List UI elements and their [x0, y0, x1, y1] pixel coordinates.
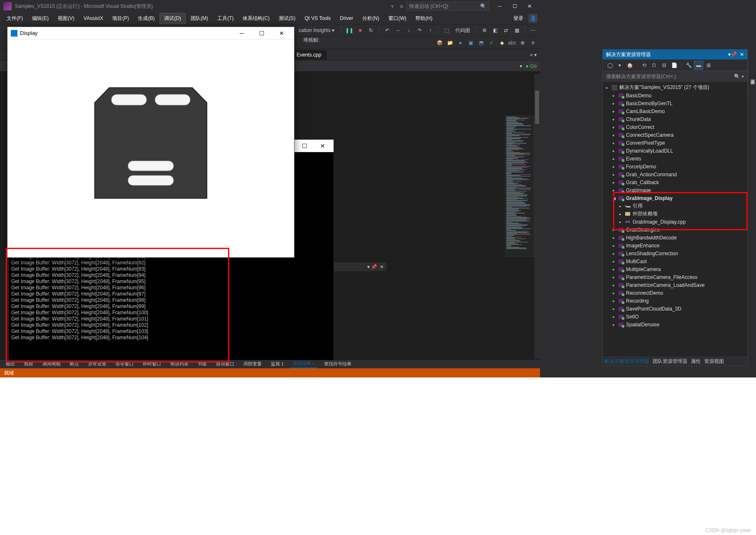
expand-icon[interactable]: ▸	[613, 94, 618, 98]
expand-icon[interactable]: ▸	[613, 125, 618, 129]
sp-footer-tab[interactable]: 资源视图	[704, 358, 724, 365]
tree-item[interactable]: ▸BasicDemo	[603, 91, 747, 99]
tree-item[interactable]: ▸ParametrizeCamera_FileAccess	[603, 273, 747, 281]
expand-icon[interactable]: ▸	[613, 117, 618, 121]
notification-icon[interactable]: ▿	[388, 2, 397, 11]
expand-icon[interactable]: ▸	[613, 180, 618, 185]
expand-icon[interactable]: ▸	[613, 307, 618, 311]
menu-VAssistX[interactable]: VAssistX	[79, 14, 107, 23]
expand-icon[interactable]: ▸	[613, 291, 618, 295]
menu-生成(B)[interactable]: 生成(B)	[134, 13, 159, 24]
tab-dropdown-icon[interactable]: « ▾	[527, 52, 540, 58]
expand-icon[interactable]: ▸	[613, 275, 618, 279]
tree-item[interactable]: ▸MultiCast	[603, 257, 747, 265]
expand-icon[interactable]: ▸	[613, 149, 618, 153]
maximize-button[interactable]: ☐	[508, 1, 522, 12]
editor-tab[interactable]: Events.cpp	[291, 50, 327, 60]
sign-in-link[interactable]: 登录	[509, 13, 528, 24]
vertical-scrollbar[interactable]	[534, 74, 540, 359]
code-map-label[interactable]: 代码图	[453, 27, 473, 34]
tb2-icon-1[interactable]: 📦	[435, 38, 444, 47]
refresh-icon[interactable]: 🗋	[650, 61, 659, 70]
sp-footer-tab[interactable]: 解决方案资源管理器	[604, 358, 649, 365]
menu-体系结构(C)[interactable]: 体系结构(C)	[238, 13, 274, 24]
back-icon[interactable]: ◯	[605, 61, 614, 70]
expand-icon[interactable]: ▸	[613, 101, 618, 106]
menu-工具(T)[interactable]: 工具(T)	[213, 13, 238, 24]
menu-Driver[interactable]: Driver	[336, 14, 357, 23]
view-icon[interactable]: ⊞	[704, 61, 713, 70]
tree-item[interactable]: ▸⬛解决方案"Samples_VS2015" (27 个项目)	[603, 84, 747, 91]
tb2-icon-8[interactable]: abc	[508, 38, 517, 47]
tree-item[interactable]: ▸Events	[603, 155, 747, 163]
preview-icon[interactable]: ▬	[694, 61, 703, 70]
go-button[interactable]: ● Go	[525, 63, 537, 69]
expand-icon[interactable]: ▸	[613, 173, 618, 177]
forward-icon[interactable]: ▾	[615, 61, 624, 70]
tool-icon-4[interactable]: ▦	[512, 26, 521, 35]
properties-icon[interactable]: 🔧	[684, 61, 693, 70]
scroll-thumb[interactable]	[535, 91, 539, 124]
tree-item[interactable]: ▸DynamicallyLoadDLL	[603, 147, 747, 155]
overflow-icon[interactable]: ⋯	[528, 26, 538, 35]
tree-item[interactable]: ▸HighBandwidthDecode	[603, 234, 747, 242]
app-insights-dropdown[interactable]: cation Insights ▾	[295, 27, 338, 33]
expand-icon[interactable]: ▸	[613, 323, 618, 327]
tree-item[interactable]: ▸BasicDemoByGenTL	[603, 99, 747, 107]
panel-tab-11[interactable]: 监视 1	[268, 360, 286, 368]
tb2-icon-9[interactable]: ⊕	[518, 38, 527, 47]
pause-icon[interactable]: ❚❚	[345, 26, 354, 35]
tree-item[interactable]: ▸Grab_ActionCommand	[603, 170, 747, 178]
tool-icon-1[interactable]: ⚙	[480, 26, 489, 35]
sp-footer-tab[interactable]: 团队资源管理器	[653, 358, 687, 365]
menu-文件(F)[interactable]: 文件(F)	[2, 13, 27, 24]
pin-icon[interactable]: 📌	[731, 52, 737, 57]
expand-icon[interactable]: ▸	[613, 141, 618, 145]
sp-footer-tab[interactable]: 属性	[691, 358, 701, 365]
step-out-icon[interactable]: ↑	[426, 26, 435, 35]
tb2-icon-4[interactable]: ▣	[466, 38, 475, 47]
display-maximize[interactable]: ☐	[253, 27, 271, 39]
right-sidebar-tab[interactable]: 诊断工具	[748, 49, 756, 99]
step-back-icon[interactable]: ↶	[383, 26, 392, 35]
solution-explorer-header[interactable]: 解决方案资源管理器 ▾ 📌 ✕	[603, 49, 747, 59]
display-titlebar[interactable]: Display ─ ☐ ✕	[7, 27, 294, 39]
expand-icon[interactable]: ▸	[613, 259, 618, 264]
tool-icon-2[interactable]: ◧	[491, 26, 500, 35]
menu-帮助(H)[interactable]: 帮助(H)	[411, 13, 437, 24]
tree-item[interactable]: ▸ColorCorrect	[603, 123, 747, 131]
tree-item[interactable]: ▸ForceIpDemo	[603, 163, 747, 170]
solution-search-input[interactable]: 搜索解决方案资源管理器(Ctrl+;) 🔍 ▾	[603, 71, 747, 82]
panel-tab-13[interactable]: 查找符号结果	[322, 360, 354, 368]
menu-调试(D)[interactable]: 调试(D)	[160, 13, 186, 24]
tree-item[interactable]: ▸ConnectSpecCamera	[603, 131, 747, 139]
tree-item[interactable]: ▸SetIO	[603, 313, 747, 321]
tree-item[interactable]: ▸LensShadingCorrection	[603, 249, 747, 257]
tb2-icon-10[interactable]: ≡	[528, 38, 538, 47]
expand-icon[interactable]: ▸	[613, 236, 618, 240]
expand-icon[interactable]: ▸	[613, 251, 618, 256]
restart-icon[interactable]: ↻	[366, 26, 376, 35]
tb2-icon-6[interactable]: ✓	[487, 38, 496, 47]
panel-tab-10[interactable]: 局部变量	[241, 360, 264, 368]
console-close[interactable]: ✕	[314, 140, 332, 152]
expand-icon[interactable]: ▸	[613, 165, 618, 169]
expand-icon[interactable]: ▸	[613, 299, 618, 303]
menu-项目(P)[interactable]: 项目(P)	[108, 13, 133, 24]
feedback-icon[interactable]: ☺	[397, 2, 406, 11]
close-icon[interactable]: ✕	[740, 52, 744, 57]
menu-视图(V)[interactable]: 视图(V)	[54, 13, 79, 24]
minimize-button[interactable]: ─	[493, 1, 507, 12]
tree-item[interactable]: ▸MultipleCamera	[603, 265, 747, 273]
collapse-icon[interactable]: ⊟	[660, 61, 669, 70]
expand-icon[interactable]: ▸	[613, 188, 618, 192]
tree-item[interactable]: ▸SavePointCloudData_3D	[603, 305, 747, 313]
tb2-icon-2[interactable]: 📁	[445, 38, 454, 47]
menu-测试(S)[interactable]: 测试(S)	[275, 13, 299, 24]
tool-icon-3[interactable]: ⇄	[501, 26, 511, 35]
user-icon[interactable]: 👤	[528, 14, 538, 23]
expand-icon[interactable]: ▸	[613, 109, 618, 113]
expand-icon[interactable]: ▸	[613, 244, 618, 248]
sync-icon[interactable]: ⟲	[640, 61, 649, 70]
tree-item[interactable]: ▸ChunkData	[603, 115, 747, 123]
